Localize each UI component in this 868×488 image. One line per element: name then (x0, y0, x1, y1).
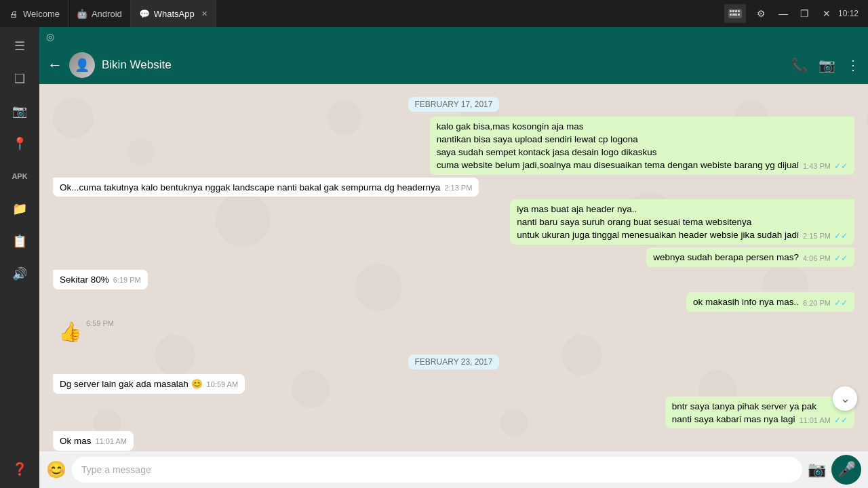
emoji-button[interactable]: 😊 (46, 460, 66, 479)
chat-area: FEBRUARY 17, 2017 kalo gak bisa,mas koso… (39, 84, 868, 451)
sidebar-icon-apk[interactable]: APK (6, 163, 33, 190)
maximize-button[interactable]: ❐ (795, 3, 815, 24)
msg-bubble: Ok mas 11:01 AM (53, 431, 134, 451)
msg-time: 2:15 PM ✓✓ (803, 230, 848, 242)
avatar-image: 👤 (69, 52, 95, 78)
msg-bubble: kalo gak bisa,mas kosongin aja masnantik… (430, 117, 854, 175)
msg-bubble-emoji: 👍 6:59 PM (53, 314, 119, 348)
message-row: Dg server lain gak ada masalah 😊 10:59 A… (53, 374, 854, 394)
svg-rect-6 (732, 14, 737, 16)
svg-rect-5 (730, 14, 732, 16)
svg-rect-1 (730, 10, 732, 12)
msg-text: kalo gak bisa,mas kosongin aja masnantik… (437, 121, 799, 170)
msg-bubble: Dg server lain gak ada masalah 😊 10:59 A… (53, 374, 245, 394)
msg-text: iya mas buat aja header nya..nanti baru … (517, 204, 799, 240)
contact-name[interactable]: Bikin Website (102, 58, 784, 72)
mic-icon: 🎤 (837, 461, 856, 479)
msg-bubble: iya mas buat aja header nya..nanti baru … (510, 199, 854, 245)
clock: 10:12 (838, 9, 859, 18)
message-input[interactable] (72, 457, 802, 483)
msg-time: 6:59 PM (86, 319, 114, 329)
settings-button[interactable]: ⚙ (751, 3, 772, 24)
sidebar-icon-layers[interactable]: ❑ (6, 65, 33, 92)
msg-ticks: ✓✓ (834, 161, 848, 171)
sidebar-icon-camera[interactable]: 📷 (6, 98, 33, 125)
wa-logo: ◎ (46, 31, 54, 42)
svg-rect-4 (738, 10, 740, 12)
mic-button[interactable]: 🎤 (831, 455, 861, 485)
video-call-button[interactable]: 📷 (818, 57, 835, 73)
whatsapp-app: ◎ ← 👤 Bikin Website 📞 📷 ⋮ FEBRUARY 17, 2… (39, 27, 868, 488)
more-options-button[interactable]: ⋮ (846, 57, 860, 73)
msg-emoji: 👍 (58, 321, 82, 342)
whatsapp-icon: 💬 (139, 8, 150, 19)
tab-whatsapp[interactable]: 💬 WhatsApp ✕ (131, 0, 216, 27)
msg-time: 11:01 AM (96, 436, 127, 447)
sidebar-icon-menu[interactable]: ☰ (6, 33, 33, 60)
msg-text: webnya sudah berapa persen mas? (653, 252, 799, 262)
message-row: Ok...cuma takutnya kalo bentuknya nggak … (53, 178, 854, 197)
msg-bubble: webnya sudah berapa persen mas? 4:06 PM … (646, 247, 854, 267)
close-button[interactable]: ✕ (816, 3, 837, 24)
msg-ticks: ✓✓ (834, 298, 848, 308)
keyboard-icon (724, 4, 746, 23)
msg-ticks: ✓✓ (834, 231, 848, 241)
message-row: kalo gak bisa,mas kosongin aja masnantik… (53, 117, 854, 175)
tab-close-button[interactable]: ✕ (201, 9, 208, 18)
msg-time: 11:01 AM ✓✓ (799, 415, 848, 426)
message-row: webnya sudah berapa persen mas? 4:06 PM … (53, 247, 854, 267)
svg-rect-7 (738, 14, 740, 16)
msg-time: 6:20 PM ✓✓ (803, 298, 848, 309)
msg-ticks: ✓✓ (834, 253, 848, 263)
msg-bubble: Sekitar 80% 6:19 PM (53, 270, 148, 289)
sidebar-icon-list[interactable]: 📋 (6, 228, 33, 255)
call-button[interactable]: 📞 (791, 57, 808, 73)
msg-text: Dg server lain gak ada masalah 😊 (60, 379, 203, 389)
wa-chat-header: ← 👤 Bikin Website 📞 📷 ⋮ (39, 46, 868, 84)
msg-time: 1:43 PM ✓✓ (803, 161, 848, 172)
title-bar: 🖨 Welcome 🤖 Android 💬 WhatsApp ✕ (0, 0, 868, 27)
wa-input-bar: 😊 📷 🎤 (39, 451, 868, 488)
tab-list: 🖨 Welcome 🤖 Android 💬 WhatsApp ✕ (0, 0, 216, 27)
message-row: 👍 6:59 PM (53, 314, 854, 348)
back-button[interactable]: ← (47, 56, 62, 74)
android-icon: 🤖 (77, 8, 87, 19)
sidebar-icon-folder[interactable]: 📁 (6, 195, 33, 222)
msg-time: 6:19 PM (113, 275, 141, 285)
printer-icon: 🖨 (8, 8, 19, 19)
svg-rect-2 (732, 10, 734, 12)
message-row: Sekitar 80% 6:19 PM (53, 270, 854, 289)
attach-camera-button[interactable]: 📷 (808, 461, 826, 479)
msg-bubble: bntr saya tanya pihak server ya paknanti… (665, 396, 854, 429)
msg-text: Ok mas (60, 436, 92, 446)
msg-time: 10:59 AM (207, 380, 238, 390)
msg-ticks: ✓✓ (834, 415, 848, 425)
minimize-button[interactable]: — (773, 3, 793, 24)
svg-rect-3 (735, 10, 737, 12)
sidebar-icon-sound[interactable]: 🔊 (6, 260, 33, 287)
msg-text: Sekitar 80% (60, 274, 109, 285)
tab-welcome[interactable]: 🖨 Welcome (0, 0, 68, 27)
message-row: Ok mas 11:01 AM (53, 431, 854, 451)
tab-android[interactable]: 🤖 Android (68, 0, 131, 27)
msg-time: 2:13 PM (444, 183, 472, 193)
message-row: iya mas buat aja header nya..nanti baru … (53, 199, 854, 245)
msg-text: ok makasih info nya mas.. (693, 297, 799, 307)
sidebar-icon-location[interactable]: 📍 (6, 130, 33, 157)
date-divider-feb23: FEBRUARY 23, 2017 (53, 355, 854, 367)
wa-status-bar: ◎ (39, 27, 868, 46)
message-row: bntr saya tanya pihak server ya paknanti… (53, 396, 854, 429)
sidebar-icon-help[interactable]: ❓ (6, 455, 33, 483)
date-divider-feb17: FEBRUARY 17, 2017 (53, 98, 854, 110)
msg-bubble: ok makasih info nya mas.. 6:20 PM ✓✓ (686, 292, 854, 312)
scroll-down-button[interactable]: ⌄ (833, 386, 857, 411)
left-sidebar: ☰ ❑ 📷 📍 APK 📁 📋 🔊 ❓ (0, 27, 39, 488)
msg-bubble: Ok...cuma takutnya kalo bentuknya nggak … (53, 178, 479, 197)
msg-text: bntr saya tanya pihak server ya paknanti… (672, 401, 816, 424)
header-actions: 📞 📷 ⋮ (791, 57, 860, 73)
msg-time: 4:06 PM ✓✓ (803, 253, 848, 264)
message-row: ok makasih info nya mas.. 6:20 PM ✓✓ (53, 292, 854, 312)
msg-text: Ok...cuma takutnya kalo bentuknya nggak … (60, 182, 440, 192)
contact-avatar[interactable]: 👤 (69, 52, 95, 78)
title-bar-controls: ⚙ — ❐ ✕ 10:12 (724, 0, 868, 27)
